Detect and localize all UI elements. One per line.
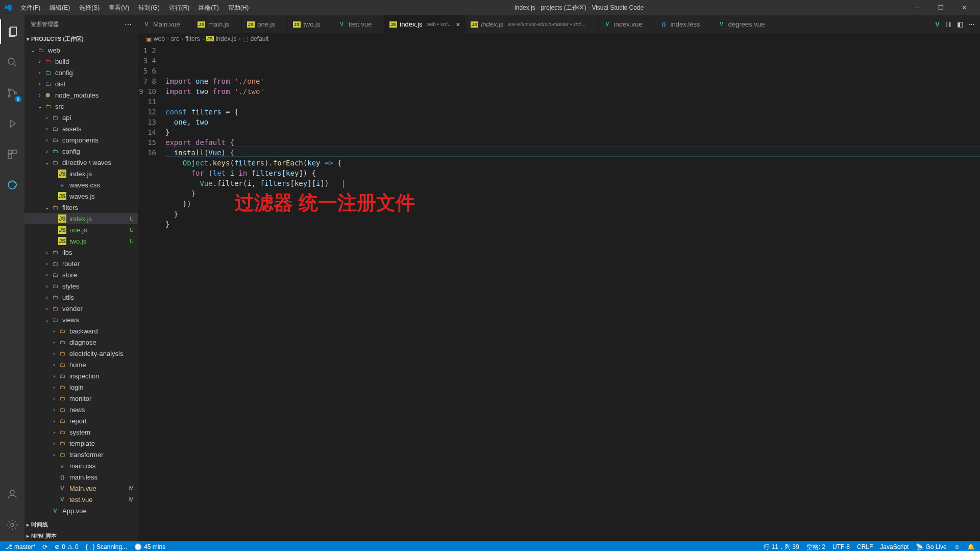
account-icon[interactable] (0, 482, 24, 507)
file-item[interactable]: JSwaves.js (24, 190, 138, 202)
compare-icon[interactable]: ⫿⫿ (945, 20, 952, 28)
folder-item[interactable]: ›🗀utils (24, 292, 138, 303)
breadcrumb-item[interactable]: filters (185, 35, 200, 42)
editor-tab[interactable]: JSone.js× (242, 15, 288, 33)
folder-item[interactable]: ›🗀libs (24, 247, 138, 258)
split-icon[interactable]: ◧ (957, 20, 963, 28)
git-branch[interactable]: ⎇ master* (5, 543, 35, 550)
breadcrumb-item[interactable]: ⬚ default (242, 35, 268, 42)
menu-item[interactable]: 文件(F) (16, 2, 44, 14)
source-control-icon[interactable]: 6 (0, 81, 24, 105)
file-item[interactable]: JSindex.js (24, 168, 138, 179)
editor-tab[interactable]: Vdegrees.vue× (713, 15, 778, 33)
cursor-position[interactable]: 行 11，列 39 (764, 543, 799, 552)
run-debug-icon[interactable] (0, 111, 24, 136)
breadcrumb[interactable]: ▣ web›src›filters›JS index.js›⬚ default (138, 33, 980, 44)
folder-item[interactable]: ›🗀backward (24, 325, 138, 337)
folder-item[interactable]: ›🗀store (24, 269, 138, 280)
extensions-icon[interactable] (0, 142, 24, 166)
folder-item[interactable]: ⌄🗀src (24, 101, 138, 112)
editor-tab[interactable]: JSindex.jsvue-element-admin-master • src… (465, 15, 598, 33)
edge-icon[interactable] (0, 173, 24, 197)
menu-item[interactable]: 帮助(H) (224, 2, 253, 14)
encoding-status[interactable]: UTF-8 (832, 543, 850, 552)
folder-item[interactable]: ⌄🗀filters (24, 202, 138, 213)
breadcrumb-item[interactable]: src (171, 35, 179, 42)
minimize-button[interactable]: ─ (905, 0, 929, 15)
folder-item[interactable]: ›🗀home (24, 359, 138, 370)
close-tab-icon[interactable]: × (456, 20, 460, 29)
editor-tab[interactable]: JSindex.jsweb • src\...× (384, 15, 465, 33)
sync-icon[interactable]: ⟳ (42, 543, 47, 550)
folder-item[interactable]: ⌄🗀web (24, 44, 138, 56)
folder-item[interactable]: ›🗀router (24, 258, 138, 269)
folder-item[interactable]: ›🗀config (24, 67, 138, 78)
breadcrumb-item[interactable]: ▣ web (146, 35, 165, 42)
editor-tab[interactable]: Vindex.vue× (599, 15, 655, 33)
menu-item[interactable]: 转到(G) (134, 2, 163, 14)
settings-gear-icon[interactable] (0, 513, 24, 537)
language-status[interactable]: JavaScript (880, 543, 909, 552)
file-item[interactable]: #waves.css (24, 179, 138, 190)
folder-item[interactable]: ›🗀inspection (24, 370, 138, 381)
editor-tab[interactable]: JSmain.js× (193, 15, 242, 33)
folder-item[interactable]: ›🗀electricity-analysis (24, 348, 138, 359)
file-item[interactable]: VMain.vueM (24, 483, 138, 494)
indent-status[interactable]: 空格: 2 (806, 543, 825, 552)
folder-item[interactable]: ›🗀login (24, 381, 138, 393)
file-item[interactable]: Vtest.vueM (24, 494, 138, 505)
file-item[interactable]: JSone.jsU (24, 224, 138, 235)
maximize-button[interactable]: ❐ (929, 0, 952, 15)
go-live[interactable]: 📡 Go Live (916, 543, 946, 552)
editor-tab[interactable]: {}index.less× (655, 15, 713, 33)
code-content[interactable]: import one from './one' import two from … (165, 44, 980, 541)
more-icon[interactable]: ⋯ (968, 20, 975, 28)
timeline-section-header[interactable]: ▸ 时间线 (24, 519, 138, 530)
explorer-icon[interactable] (0, 19, 24, 44)
code-editor[interactable]: 1 2 3 4 5 6 7 8 9 10 11 12 13 14 15 16 i… (138, 44, 980, 541)
projects-section-header[interactable]: ▾ PROJECTS (工作区) (24, 33, 138, 44)
folder-item[interactable]: ›🗀api (24, 112, 138, 123)
folder-item[interactable]: ›🗀config (24, 146, 138, 157)
folder-item[interactable]: ›🗀system (24, 426, 138, 438)
npm-section-header[interactable]: ▸ NPM 脚本 (24, 530, 138, 541)
scan-status[interactable]: { . } Scanning... (86, 543, 127, 550)
time-status[interactable]: 🕓 45 mins (134, 543, 165, 550)
folder-item[interactable]: ›🗀assets (24, 123, 138, 134)
folder-item[interactable]: ›🗀transformer (24, 449, 138, 460)
file-item[interactable]: VApp.vue (24, 505, 138, 516)
file-item[interactable]: JStwo.jsU (24, 235, 138, 247)
search-icon[interactable] (0, 50, 24, 75)
editor-tab[interactable]: JStwo.js× (288, 15, 333, 33)
menu-item[interactable]: 终端(T) (194, 2, 223, 14)
file-item[interactable]: #main.css (24, 460, 138, 471)
feedback-icon[interactable]: ☺ (954, 543, 960, 552)
vue-icon[interactable]: V (935, 20, 940, 28)
menu-item[interactable]: 查看(V) (105, 2, 133, 14)
editor-tab[interactable]: VMain.vue× (138, 15, 193, 33)
eol-status[interactable]: CRLF (857, 543, 873, 552)
folder-item[interactable]: ›🗀dist (24, 78, 138, 89)
file-item[interactable]: JSindex.jsU (24, 213, 138, 224)
folder-item[interactable]: ›🗀diagnose (24, 337, 138, 348)
problems[interactable]: ⊘ 0 ⚠ 0 (55, 543, 78, 550)
folder-item[interactable]: ⌄🗀views (24, 314, 138, 325)
notifications-icon[interactable]: 🔔 (967, 543, 975, 552)
menu-item[interactable]: 选择(S) (75, 2, 104, 14)
editor-tab[interactable]: Vtest.vue× (333, 15, 385, 33)
folder-item[interactable]: ›🗀report (24, 415, 138, 426)
folder-item[interactable]: ›🗀news (24, 404, 138, 415)
folder-item[interactable]: ⌄🗀directive \ waves (24, 157, 138, 168)
folder-item[interactable]: ›🗀components (24, 134, 138, 146)
folder-item[interactable]: ›🗀build (24, 56, 138, 67)
folder-item[interactable]: ›🗀vendor (24, 303, 138, 314)
menu-item[interactable]: 运行(R) (165, 2, 194, 14)
folder-item[interactable]: ›🗀template (24, 438, 138, 449)
folder-item[interactable]: ›🗀monitor (24, 393, 138, 404)
folder-item[interactable]: ›⬢node_modules (24, 89, 138, 101)
breadcrumb-item[interactable]: JS index.js (206, 35, 237, 42)
folder-item[interactable]: ›🗀styles (24, 280, 138, 292)
menu-item[interactable]: 编辑(E) (45, 2, 74, 14)
file-item[interactable]: {}main.less (24, 471, 138, 483)
close-button[interactable]: ✕ (952, 0, 976, 15)
